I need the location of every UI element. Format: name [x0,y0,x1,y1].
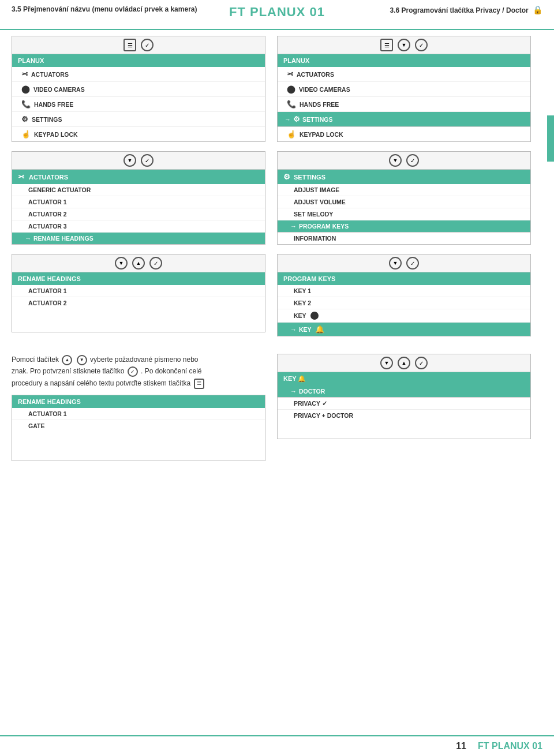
menu-icon-r[interactable]: ☰ [380,39,393,51]
down-btn-r4[interactable]: ▼ [380,357,393,369]
down-btn-2[interactable]: ▼ [123,154,136,167]
confirm-btn-r2[interactable]: ✓ [406,154,419,167]
left-panel-2: ▼ ✓ ✂ ACTUATORS GENERIC ACTUATOR ACTUATO… [12,151,265,245]
confirm-btn-text: ✓ [128,366,138,377]
side-tab [547,115,554,162]
settings-header: ⚙ SETTINGS [278,170,530,184]
left-panel-1: ☰ ✓ PLANUX ✂ ACTUATORS ⬤ VIDEO CAMERAS 📞… [12,36,265,142]
key1-item[interactable]: KEY 1 [278,285,530,297]
r-cameras-item[interactable]: ⬤ VIDEO CAMERAS [278,82,530,97]
rename-actuator2[interactable]: ACTUATOR 2 [12,297,265,309]
arrow-keybell: → [290,326,297,333]
information-item[interactable]: INFORMATION [278,233,530,244]
camera-icon-r1: ⬤ [287,85,295,93]
right-panel-2: ▼ ✓ ⚙ SETTINGS ADJUST IMAGE ADJUST VOLUM… [277,151,531,245]
bottom-gate[interactable]: GATE [12,420,265,432]
right-panel-1: ☰ ▼ ✓ PLANUX ✂ ACTUATORS ⬤ VIDEO CAMERAS… [277,36,531,142]
left-column: ☰ ✓ PLANUX ✂ ACTUATORS ⬤ VIDEO CAMERAS 📞… [12,36,265,346]
footer-page: 11 [456,741,466,751]
footer-brand: FT PLANUX 01 [478,741,542,751]
section-title-right: 3.6 Programování tlačítka Privacy / Doct… [390,5,542,16]
footer: 11 FT PLANUX 01 [0,735,554,756]
down-btn-r1[interactable]: ▼ [398,39,410,51]
panel1-controls: ☰ ✓ [12,36,265,54]
instruction-text: Pomocí tlačítek ▲ ▼ vyberte požadované p… [12,354,265,389]
key-bell-item-selected[interactable]: → KEY 🔔 [278,323,530,336]
down-btn-r2[interactable]: ▼ [389,154,402,167]
arrow-rename: → [25,235,31,242]
rpanel1-controls: ☰ ▼ ✓ [278,36,530,54]
actuator3-item[interactable]: ACTUATOR 3 [12,220,265,233]
section-title-left: 3.5 Přejmenování názvu (menu ovládací pr… [12,5,231,14]
down-btn-3[interactable]: ▼ [115,257,128,270]
bottom-actuator1[interactable]: ACTUATOR 1 [12,408,265,420]
key-camera-item[interactable]: KEY [278,309,530,323]
right-panel-3: ▼ ✓ PROGRAM KEYS KEY 1 KEY 2 KEY → KEY 🔔 [277,254,531,336]
actuator2-item[interactable]: ACTUATOR 2 [12,208,265,220]
r-settings-item-selected[interactable]: → ⚙ SETTINGS [278,112,530,127]
arrow-doctor: → [290,388,297,395]
r-keypad-item[interactable]: ☝ KEYPAD LOCK [278,127,530,141]
confirm-btn-r4[interactable]: ✓ [415,357,428,369]
arrow-settings: → [285,116,291,123]
bottom-left: Pomocí tlačítek ▲ ▼ vyberte požadované p… [12,354,265,470]
right-column: ☰ ▼ ✓ PLANUX ✂ ACTUATORS ⬤ VIDEO CAMERAS… [277,36,531,346]
scissors-icon-2: ✂ [18,173,24,181]
bottom-rename-panel: RENAME HEADINGS ACTUATOR 1 GATE [12,395,265,461]
bell-icon-key: 🔔 [315,325,324,334]
left-panel-3: ▼ ▲ ✓ RENAME HEADINGS ACTUATOR 1 ACTUATO… [12,254,265,332]
phone-icon-r1: 📞 [287,100,296,108]
menu-actuators-item[interactable]: ✂ ACTUATORS [12,67,265,82]
confirm-btn-3[interactable]: ✓ [149,257,162,270]
privacy-item[interactable]: PRIVACY ✓ [278,398,530,410]
rpanel4-controls: ▼ ▲ ✓ [278,354,530,372]
phone-icon-1: 📞 [21,100,31,108]
up-btn-r4[interactable]: ▲ [398,357,410,369]
scissors-icon-r1: ✂ [287,70,293,78]
down-btn-text: ▼ [77,355,87,365]
key2-item[interactable]: KEY 2 [278,297,530,309]
arrow-progkeys: → [290,223,297,230]
rpanel2-controls: ▼ ✓ [278,152,530,170]
menu-keypad-item[interactable]: ☝ KEYPAD LOCK [12,127,265,141]
menu-settings-item[interactable]: ⚙ SETTINGS [12,112,265,127]
rename-actuator1[interactable]: ACTUATOR 1 [12,285,265,297]
right-panel-4: ▼ ▲ ✓ KEY 🔔 → DOCTOR PRIVACY ✓ PRIVACY +… [277,354,531,439]
camera-icon-key [310,312,319,320]
confirm-btn-r1[interactable]: ✓ [415,39,428,51]
menu-icon[interactable]: ☰ [123,39,136,51]
key-bell-header: KEY 🔔 [278,372,530,386]
adjust-volume-item[interactable]: ADJUST VOLUME [278,196,530,208]
bottom-rename-header: RENAME HEADINGS [12,395,265,408]
confirm-btn-2[interactable]: ✓ [141,154,154,167]
gear-icon-1: ⚙ [21,115,28,123]
adjust-image-item[interactable]: ADJUST IMAGE [278,184,530,196]
doctor-item-selected[interactable]: → DOCTOR [278,386,530,398]
panel3-controls: ▼ ▲ ✓ [12,255,265,272]
hand-icon-r1: ☝ [287,130,296,139]
menu-planux: PLANUX [12,54,265,67]
confirm-btn-1[interactable]: ✓ [141,39,154,51]
bottom-right: ▼ ▲ ✓ KEY 🔔 → DOCTOR PRIVACY ✓ PRIVACY +… [277,354,531,470]
generic-actuator-item[interactable]: GENERIC ACTUATOR [12,184,265,196]
set-melody-item[interactable]: SET MELODY [278,208,530,220]
menu-handsfree-item[interactable]: 📞 HANDS FREE [12,97,265,112]
privacy-doctor-item[interactable]: PRIVACY + DOCTOR [278,410,530,421]
up-btn-text: ▲ [62,355,72,365]
down-btn-r3[interactable]: ▼ [389,257,402,270]
program-keys-item-selected[interactable]: → PROGRAM KEYS [278,220,530,233]
page-title: FT PLANUX 01 [229,5,325,20]
rename-headings-header: RENAME HEADINGS [12,272,265,285]
menu-cameras-item[interactable]: ⬤ VIDEO CAMERAS [12,82,265,97]
gear-icon-r2: ⚙ [283,173,290,181]
actuator1-item[interactable]: ACTUATOR 1 [12,196,265,208]
camera-icon-1: ⬤ [21,85,30,93]
actuators-header: ✂ ACTUATORS [12,170,265,184]
confirm-btn-r3[interactable]: ✓ [406,257,419,270]
r-handsfree-item[interactable]: 📞 HANDS FREE [278,97,530,112]
rename-headings-item[interactable]: → RENAME HEADINGS [12,233,265,244]
r-actuators-item[interactable]: ✂ ACTUATORS [278,67,530,82]
rplanux-header: PLANUX [278,54,530,67]
hand-icon-1: ☝ [21,130,31,139]
up-btn-3[interactable]: ▲ [132,257,145,270]
